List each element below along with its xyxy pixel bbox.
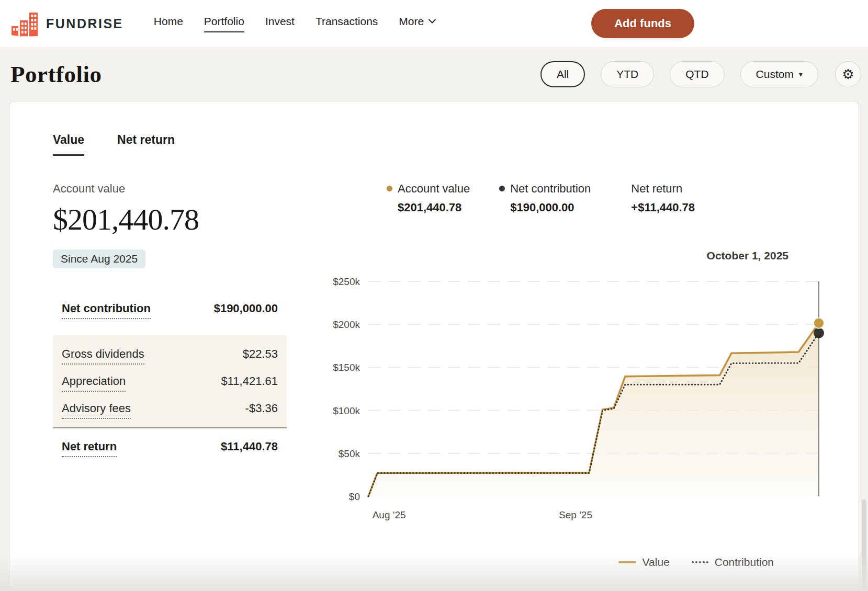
nav-more-label: More — [399, 15, 424, 28]
svg-text:$100k: $100k — [333, 405, 360, 416]
legend-contribution-text: Contribution — [715, 556, 774, 569]
account-value-dot-icon — [387, 186, 392, 191]
gross-dividends-value: $22.53 — [243, 347, 278, 361]
net-return-label[interactable]: Net return — [62, 440, 117, 457]
main-nav: Home Portfolio Invest Transactions More — [154, 15, 436, 32]
legend-account-value-label: Account value — [398, 182, 470, 196]
gear-icon: ⚙ — [842, 66, 854, 83]
chart-tabs: Value Net return — [53, 133, 827, 156]
legend-net-contribution-amount: $190,000.00 — [510, 201, 591, 214]
filter-custom[interactable]: Custom ▾ — [740, 61, 818, 87]
net-return-value: $11,440.78 — [221, 440, 278, 453]
nav-item-portfolio[interactable]: Portfolio — [204, 15, 244, 32]
svg-text:$200k: $200k — [333, 319, 360, 330]
advisory-fees-label[interactable]: Advisory fees — [62, 402, 131, 419]
since-badge: Since Aug 2025 — [53, 249, 145, 268]
legend-item-net-contribution: Net contribution $190,000.00 — [499, 182, 591, 214]
account-value-amount: $201,440.78 — [53, 202, 287, 237]
tab-value[interactable]: Value — [53, 133, 84, 156]
legend-item-account-value: Account value $201,440.78 — [387, 182, 470, 214]
add-funds-button[interactable]: Add funds — [591, 9, 694, 38]
filter-all[interactable]: All — [540, 61, 585, 87]
table-divider — [53, 427, 287, 428]
portfolio-chart[interactable]: $0$50k$100k$150k$200k$250kAug '25Sep '25… — [326, 242, 828, 527]
fundrise-logo[interactable]: FUNDRISE — [10, 9, 123, 38]
legend-account-value-amount: $201,440.78 — [398, 201, 470, 214]
legend-net-return-amount: +$11,440.78 — [631, 201, 695, 214]
brand-name: FUNDRISE — [46, 16, 123, 31]
returns-table: Net contribution $190,000.00 Gross divid… — [53, 294, 287, 461]
page-header: Portfolio All YTD QTD Custom ▾ ⚙ — [0, 47, 868, 88]
settings-button[interactable]: ⚙ — [835, 61, 861, 87]
table-row-net-return: Net return $11,440.78 — [53, 433, 287, 461]
account-summary: Account value $201,440.78 Since Aug 2025… — [53, 156, 287, 569]
svg-text:October 1, 2025: October 1, 2025 — [707, 249, 789, 262]
net-return-spacer — [620, 186, 626, 191]
svg-text:Sep '25: Sep '25 — [559, 509, 592, 520]
nav-item-home[interactable]: Home — [154, 15, 183, 32]
nav-item-transactions[interactable]: Transactions — [315, 15, 378, 32]
appreciation-value: $11,421.61 — [221, 374, 278, 388]
portfolio-card: Value Net return Account value $201,440.… — [9, 101, 859, 591]
time-filters: All YTD QTD Custom ▾ ⚙ — [540, 61, 861, 87]
account-value-label: Account value — [53, 182, 287, 196]
legend-net-return-label: Net return — [631, 182, 695, 196]
net-contribution-dot-icon — [499, 186, 505, 191]
svg-text:$50k: $50k — [339, 448, 360, 459]
legend-net-contribution-label: Net contribution — [510, 182, 591, 196]
appreciation-label[interactable]: Appreciation — [62, 374, 126, 392]
chevron-down-icon — [429, 19, 436, 24]
filter-ytd[interactable]: YTD — [601, 61, 654, 87]
filter-custom-label: Custom — [756, 68, 794, 81]
nav-item-invest[interactable]: Invest — [265, 15, 295, 32]
chart-footer-legend: Value Contribution — [326, 556, 827, 569]
top-nav-bar: FUNDRISE Home Portfolio Invest Transacti… — [0, 0, 868, 47]
scrollbar[interactable] — [862, 499, 866, 591]
table-row-net-contribution: Net contribution $190,000.00 — [53, 294, 287, 323]
gross-dividends-label[interactable]: Gross dividends — [62, 347, 144, 365]
table-row-advisory-fees: Advisory fees -$3.36 — [53, 395, 287, 422]
chart-section: Account value $201,440.78 Net contributi… — [326, 156, 827, 569]
net-contribution-value: $190,000.00 — [214, 302, 278, 315]
filter-qtd[interactable]: QTD — [670, 61, 724, 87]
legend-value-text: Value — [642, 556, 670, 569]
nav-item-more[interactable]: More — [399, 15, 436, 32]
caret-down-icon: ▾ — [799, 70, 803, 78]
fundrise-buildings-icon — [10, 9, 39, 38]
table-row-gross-dividends: Gross dividends $22.53 — [53, 340, 287, 368]
tab-net-return[interactable]: Net return — [117, 133, 175, 156]
return-breakdown-group: Gross dividends $22.53 Appreciation $11,… — [53, 335, 287, 427]
svg-text:$150k: $150k — [333, 362, 360, 373]
legend-value-series: Value — [618, 556, 670, 569]
svg-text:$250k: $250k — [333, 276, 360, 287]
page-title: Portfolio — [10, 61, 102, 88]
chart-header-legend: Account value $201,440.78 Net contributi… — [326, 182, 827, 214]
svg-text:$0: $0 — [349, 491, 360, 502]
advisory-fees-value: -$3.36 — [245, 402, 278, 415]
table-row-appreciation: Appreciation $11,421.61 — [53, 368, 287, 395]
legend-contribution-series: Contribution — [692, 556, 774, 569]
net-contribution-label[interactable]: Net contribution — [62, 302, 151, 319]
solid-line-icon — [618, 561, 636, 563]
dotted-line-icon — [692, 561, 708, 563]
svg-text:Aug '25: Aug '25 — [373, 509, 406, 520]
legend-item-net-return: Net return +$11,440.78 — [620, 182, 695, 214]
